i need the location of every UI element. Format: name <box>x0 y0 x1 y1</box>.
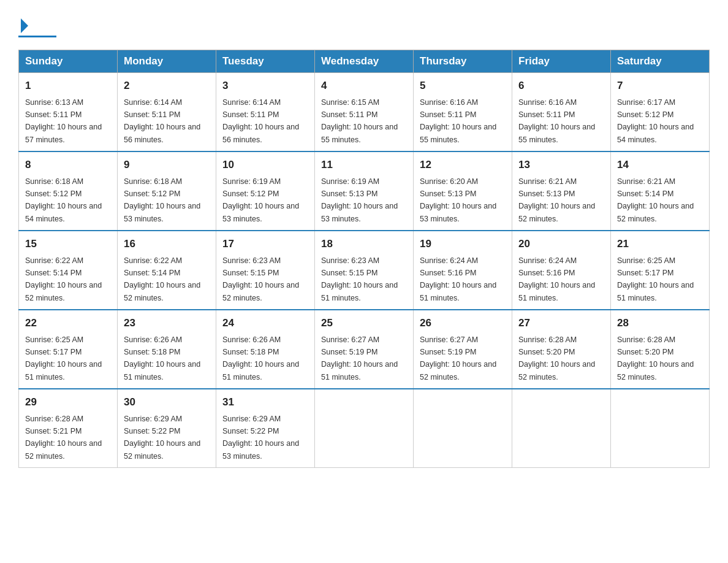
day-info: Sunrise: 6:28 AMSunset: 5:20 PMDaylight:… <box>518 335 595 381</box>
day-number: 18 <box>321 236 407 252</box>
calendar-cell: 30 Sunrise: 6:29 AMSunset: 5:22 PMDaylig… <box>118 389 216 468</box>
day-number: 20 <box>518 236 604 252</box>
weekday-header-friday: Friday <box>512 50 611 73</box>
day-number: 21 <box>617 236 703 252</box>
day-number: 4 <box>321 78 407 94</box>
calendar-cell: 22 Sunrise: 6:25 AMSunset: 5:17 PMDaylig… <box>19 310 118 389</box>
calendar-cell: 7 Sunrise: 6:17 AMSunset: 5:12 PMDayligh… <box>611 73 710 152</box>
calendar-cell: 21 Sunrise: 6:25 AMSunset: 5:17 PMDaylig… <box>611 231 710 310</box>
calendar-cell: 18 Sunrise: 6:23 AMSunset: 5:15 PMDaylig… <box>315 231 414 310</box>
day-number: 28 <box>617 315 703 331</box>
day-info: Sunrise: 6:16 AMSunset: 5:11 PMDaylight:… <box>420 98 496 144</box>
day-info: Sunrise: 6:26 AMSunset: 5:18 PMDaylight:… <box>124 335 200 381</box>
calendar-cell: 6 Sunrise: 6:16 AMSunset: 5:11 PMDayligh… <box>512 73 611 152</box>
calendar-cell <box>315 389 414 468</box>
calendar-cell <box>611 389 710 468</box>
calendar-cell: 9 Sunrise: 6:18 AMSunset: 5:12 PMDayligh… <box>118 151 216 231</box>
day-info: Sunrise: 6:16 AMSunset: 5:11 PMDaylight:… <box>518 98 595 144</box>
day-number: 23 <box>124 315 210 331</box>
calendar-week-5: 29 Sunrise: 6:28 AMSunset: 5:21 PMDaylig… <box>19 389 710 468</box>
calendar-cell: 1 Sunrise: 6:13 AMSunset: 5:11 PMDayligh… <box>19 73 118 152</box>
calendar-table: SundayMondayTuesdayWednesdayThursdayFrid… <box>18 50 710 468</box>
weekday-header-tuesday: Tuesday <box>216 50 315 73</box>
day-number: 17 <box>222 236 308 252</box>
day-number: 12 <box>420 157 506 173</box>
day-number: 2 <box>124 78 210 94</box>
weekday-header-saturday: Saturday <box>611 50 710 73</box>
day-info: Sunrise: 6:25 AMSunset: 5:17 PMDaylight:… <box>617 256 694 302</box>
day-number: 25 <box>321 315 407 331</box>
calendar-cell: 3 Sunrise: 6:14 AMSunset: 5:11 PMDayligh… <box>216 73 315 152</box>
day-info: Sunrise: 6:23 AMSunset: 5:15 PMDaylight:… <box>222 256 299 302</box>
logo-arrow-icon <box>21 18 28 33</box>
calendar-week-4: 22 Sunrise: 6:25 AMSunset: 5:17 PMDaylig… <box>19 310 710 389</box>
day-number: 11 <box>321 157 407 173</box>
calendar-cell: 11 Sunrise: 6:19 AMSunset: 5:13 PMDaylig… <box>315 151 414 231</box>
day-number: 8 <box>25 157 111 173</box>
day-info: Sunrise: 6:17 AMSunset: 5:12 PMDaylight:… <box>617 98 694 144</box>
day-info: Sunrise: 6:14 AMSunset: 5:11 PMDaylight:… <box>124 98 200 144</box>
day-number: 15 <box>25 236 111 252</box>
day-number: 5 <box>420 78 506 94</box>
day-info: Sunrise: 6:29 AMSunset: 5:22 PMDaylight:… <box>222 415 299 461</box>
day-number: 9 <box>124 157 210 173</box>
calendar-cell: 26 Sunrise: 6:27 AMSunset: 5:19 PMDaylig… <box>414 310 512 389</box>
day-info: Sunrise: 6:19 AMSunset: 5:12 PMDaylight:… <box>222 177 299 223</box>
day-number: 22 <box>25 315 111 331</box>
calendar-cell: 27 Sunrise: 6:28 AMSunset: 5:20 PMDaylig… <box>512 310 611 389</box>
calendar-cell: 29 Sunrise: 6:28 AMSunset: 5:21 PMDaylig… <box>19 389 118 468</box>
calendar-cell: 20 Sunrise: 6:24 AMSunset: 5:16 PMDaylig… <box>512 231 611 310</box>
day-info: Sunrise: 6:15 AMSunset: 5:11 PMDaylight:… <box>321 98 398 144</box>
weekday-header-row: SundayMondayTuesdayWednesdayThursdayFrid… <box>19 50 710 73</box>
calendar-cell: 24 Sunrise: 6:26 AMSunset: 5:18 PMDaylig… <box>216 310 315 389</box>
day-number: 1 <box>25 78 111 94</box>
calendar-week-3: 15 Sunrise: 6:22 AMSunset: 5:14 PMDaylig… <box>19 231 710 310</box>
calendar-cell: 16 Sunrise: 6:22 AMSunset: 5:14 PMDaylig… <box>118 231 216 310</box>
day-number: 30 <box>124 394 210 410</box>
calendar-cell: 19 Sunrise: 6:24 AMSunset: 5:16 PMDaylig… <box>414 231 512 310</box>
day-number: 6 <box>518 78 604 94</box>
day-info: Sunrise: 6:26 AMSunset: 5:18 PMDaylight:… <box>222 335 299 381</box>
day-info: Sunrise: 6:20 AMSunset: 5:13 PMDaylight:… <box>420 177 496 223</box>
day-number: 7 <box>617 78 703 94</box>
day-info: Sunrise: 6:21 AMSunset: 5:14 PMDaylight:… <box>617 177 694 223</box>
calendar-cell: 12 Sunrise: 6:20 AMSunset: 5:13 PMDaylig… <box>414 151 512 231</box>
day-info: Sunrise: 6:19 AMSunset: 5:13 PMDaylight:… <box>321 177 398 223</box>
day-number: 29 <box>25 394 111 410</box>
day-info: Sunrise: 6:27 AMSunset: 5:19 PMDaylight:… <box>321 335 398 381</box>
calendar-cell: 13 Sunrise: 6:21 AMSunset: 5:13 PMDaylig… <box>512 151 611 231</box>
day-info: Sunrise: 6:14 AMSunset: 5:11 PMDaylight:… <box>222 98 299 144</box>
day-number: 3 <box>222 78 308 94</box>
day-info: Sunrise: 6:24 AMSunset: 5:16 PMDaylight:… <box>518 256 595 302</box>
day-number: 24 <box>222 315 308 331</box>
page-header <box>18 12 710 37</box>
calendar-cell: 28 Sunrise: 6:28 AMSunset: 5:20 PMDaylig… <box>611 310 710 389</box>
day-info: Sunrise: 6:18 AMSunset: 5:12 PMDaylight:… <box>124 177 200 223</box>
day-info: Sunrise: 6:28 AMSunset: 5:20 PMDaylight:… <box>617 335 694 381</box>
calendar-cell: 25 Sunrise: 6:27 AMSunset: 5:19 PMDaylig… <box>315 310 414 389</box>
day-info: Sunrise: 6:23 AMSunset: 5:15 PMDaylight:… <box>321 256 398 302</box>
day-info: Sunrise: 6:21 AMSunset: 5:13 PMDaylight:… <box>518 177 595 223</box>
day-info: Sunrise: 6:25 AMSunset: 5:17 PMDaylight:… <box>25 335 102 381</box>
day-info: Sunrise: 6:22 AMSunset: 5:14 PMDaylight:… <box>25 256 102 302</box>
day-info: Sunrise: 6:27 AMSunset: 5:19 PMDaylight:… <box>420 335 496 381</box>
day-info: Sunrise: 6:22 AMSunset: 5:14 PMDaylight:… <box>124 256 200 302</box>
logo-underline <box>18 36 56 37</box>
calendar-cell: 8 Sunrise: 6:18 AMSunset: 5:12 PMDayligh… <box>19 151 118 231</box>
day-number: 27 <box>518 315 604 331</box>
calendar-cell: 5 Sunrise: 6:16 AMSunset: 5:11 PMDayligh… <box>414 73 512 152</box>
day-info: Sunrise: 6:24 AMSunset: 5:16 PMDaylight:… <box>420 256 496 302</box>
day-number: 14 <box>617 157 703 173</box>
calendar-cell: 2 Sunrise: 6:14 AMSunset: 5:11 PMDayligh… <box>118 73 216 152</box>
day-number: 16 <box>124 236 210 252</box>
weekday-header-wednesday: Wednesday <box>315 50 414 73</box>
weekday-header-sunday: Sunday <box>19 50 118 73</box>
day-number: 10 <box>222 157 308 173</box>
day-number: 31 <box>222 394 308 410</box>
calendar-cell: 17 Sunrise: 6:23 AMSunset: 5:15 PMDaylig… <box>216 231 315 310</box>
logo <box>18 18 56 37</box>
calendar-week-1: 1 Sunrise: 6:13 AMSunset: 5:11 PMDayligh… <box>19 73 710 152</box>
weekday-header-thursday: Thursday <box>414 50 512 73</box>
day-info: Sunrise: 6:13 AMSunset: 5:11 PMDaylight:… <box>25 98 102 144</box>
calendar-cell <box>512 389 611 468</box>
